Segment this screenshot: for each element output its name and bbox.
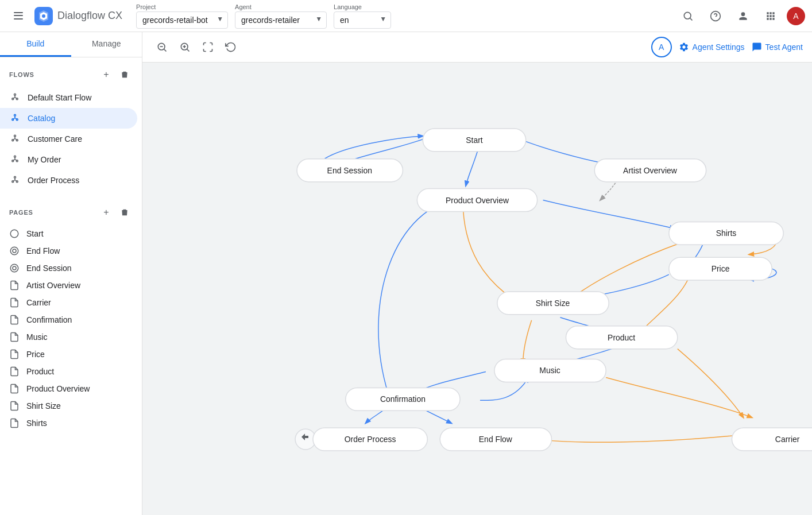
end-session-circle-icon (9, 263, 20, 273)
hamburger-icon (11, 9, 25, 23)
doc-icon (9, 297, 20, 308)
tab-manage[interactable]: Manage (71, 32, 142, 57)
sidebar-item-customer-care[interactable]: Customer Care (0, 129, 137, 149)
page-item-price[interactable]: Price (0, 346, 142, 363)
help-button[interactable] (704, 5, 727, 28)
apps-button[interactable] (759, 5, 782, 28)
page-item-music[interactable]: Music (0, 328, 142, 346)
search-icon (682, 10, 694, 22)
flow-canvas[interactable]: Start End Session Artist Overview Produc… (142, 63, 812, 515)
page-label: Start (26, 229, 44, 238)
fit-icon (202, 41, 214, 53)
pages-header: PAGES + (0, 200, 142, 225)
language-select[interactable]: en (334, 11, 391, 29)
pages-section: PAGES + Start End Flow End Session (0, 195, 142, 436)
page-item-confirmation[interactable]: Confirmation (0, 311, 142, 328)
page-label: Artist Overview (26, 281, 80, 290)
sidebar-item-label: Order Process (28, 176, 79, 185)
page-label: Product Overview (26, 384, 90, 393)
page-item-shirt-size[interactable]: Shirt Size (0, 397, 142, 415)
agent-select[interactable]: grecords-retailer (235, 11, 327, 29)
language-label: Language (334, 3, 391, 10)
zoom-in-icon (179, 41, 191, 53)
svg-point-18 (14, 176, 16, 178)
delete-flow-button[interactable] (117, 67, 133, 83)
undo-button[interactable] (221, 37, 241, 57)
svg-text:Confirmation: Confirmation (380, 394, 426, 404)
agent-dropdown: Agent grecords-retailer ▼ (235, 3, 327, 29)
page-item-end-session[interactable]: End Session (0, 260, 142, 277)
svg-text:Shirts: Shirts (716, 229, 737, 238)
svg-point-1 (42, 14, 45, 18)
page-item-shirts[interactable]: Shirts (0, 415, 142, 432)
svg-point-6 (14, 94, 16, 95)
page-item-start[interactable]: Start (0, 225, 142, 242)
delete-page-icon (120, 208, 129, 217)
canvas-right-tools: A Agent Settings Test Agent (651, 37, 803, 57)
svg-text:Carrier: Carrier (775, 435, 800, 444)
doc-icon (9, 384, 20, 394)
svg-point-9 (14, 114, 16, 116)
page-label: Shirts (26, 419, 47, 428)
svg-text:Music: Music (539, 366, 560, 375)
sidebar-item-my-order[interactable]: My Order (0, 149, 137, 170)
project-select[interactable]: grecords-retail-bot (136, 11, 228, 29)
tab-build[interactable]: Build (0, 32, 71, 57)
account-timer-button[interactable] (732, 5, 755, 28)
top-nav: Dialogflow CX Project grecords-retail-bo… (0, 0, 812, 32)
apps-icon (765, 10, 776, 22)
flow-icon (9, 92, 21, 103)
svg-text:End Flow: End Flow (479, 435, 513, 444)
page-item-end-flow[interactable]: End Flow (0, 242, 142, 260)
page-label: Shirt Size (26, 401, 61, 411)
svg-text:Artist Overview: Artist Overview (623, 166, 678, 175)
search-button[interactable] (676, 5, 699, 28)
svg-text:Order Process: Order Process (345, 435, 396, 444)
sidebar-item-catalog[interactable]: Catalog (0, 108, 137, 129)
sidebar-item-default-start-flow[interactable]: Default Start Flow (0, 87, 137, 108)
flow-icon (9, 133, 21, 145)
delete-page-button[interactable] (117, 204, 133, 220)
svg-text:Product: Product (608, 333, 635, 342)
flow-icon (9, 175, 21, 186)
project-label: Project (136, 3, 228, 10)
svg-point-25 (13, 266, 16, 270)
start-circle-icon (9, 229, 20, 239)
page-item-product-overview[interactable]: Product Overview (0, 380, 142, 397)
help-icon (710, 10, 721, 22)
hamburger-button[interactable] (7, 5, 30, 28)
canvas-area: A Agent Settings Test Agent (142, 32, 812, 515)
sidebar-tabs: Build Manage (0, 32, 142, 57)
flows-section: FLOWS + Default Start Flow Catalog (0, 57, 142, 195)
svg-line-3 (690, 18, 693, 20)
svg-point-22 (10, 247, 18, 255)
test-agent-button[interactable]: Test Agent (752, 42, 803, 52)
agent-settings-button[interactable]: Agent Settings (679, 42, 745, 52)
flow-icon (9, 154, 21, 165)
doc-icon (9, 349, 20, 359)
zoom-out-button[interactable] (152, 37, 172, 57)
add-page-button[interactable]: + (98, 204, 114, 220)
page-item-product[interactable]: Product (0, 363, 142, 380)
page-item-artist-overview[interactable]: Artist Overview (0, 277, 142, 294)
page-label: Carrier (26, 298, 51, 307)
end-flow-circle-icon (9, 246, 20, 256)
svg-text:Start: Start (466, 135, 483, 145)
svg-point-24 (10, 264, 18, 272)
nav-icons: A (676, 5, 805, 28)
doc-icon (9, 366, 20, 377)
svg-point-23 (13, 249, 16, 253)
sidebar-item-label: Customer Care (28, 134, 82, 144)
add-flow-button[interactable]: + (98, 67, 114, 83)
flows-actions: + (98, 67, 133, 83)
project-dropdown: Project grecords-retail-bot ▼ (136, 3, 228, 29)
flows-title: FLOWS (9, 71, 34, 78)
user-avatar[interactable]: A (787, 7, 805, 25)
svg-rect-58 (732, 428, 812, 451)
test-agent-label: Test Agent (765, 42, 803, 52)
zoom-in-button[interactable] (175, 37, 195, 57)
page-label: Price (26, 350, 45, 359)
fit-button[interactable] (198, 37, 218, 57)
sidebar-item-order-process[interactable]: Order Process (0, 170, 137, 191)
page-item-carrier[interactable]: Carrier (0, 294, 142, 311)
